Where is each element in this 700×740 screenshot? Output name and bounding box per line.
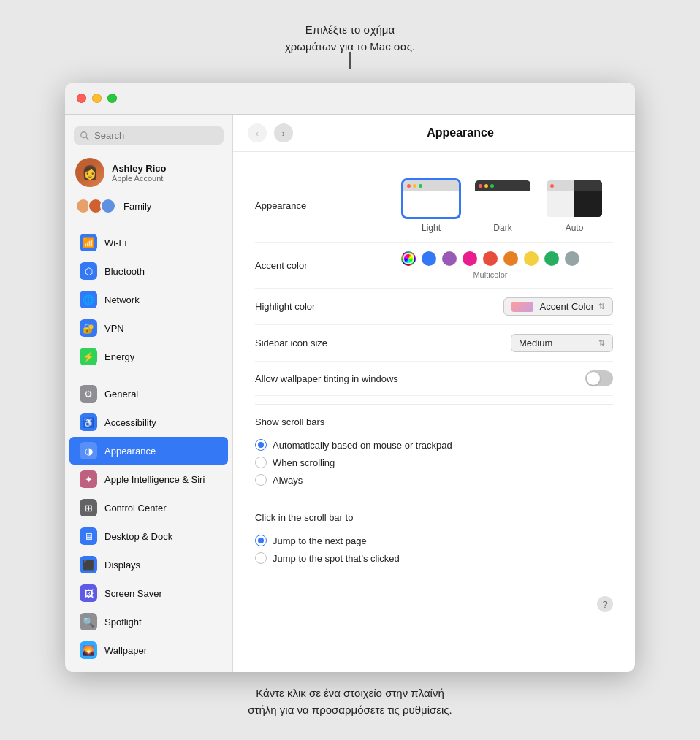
wifi-icon: 📶 (80, 234, 97, 251)
wallpaper-tinting-control (401, 370, 613, 386)
scroll-radio-always[interactable]: Always (255, 474, 613, 486)
sidebar-item-energy[interactable]: ⚡Energy (69, 343, 228, 370)
sidebar-icon-size-label: Sidebar icon size (255, 337, 401, 348)
appearance-options: Light (401, 178, 613, 233)
family-avatars (75, 198, 116, 214)
sidebar-item-siri[interactable]: ✦Apple Intelligence & Siri (69, 465, 228, 493)
click-scroll-next[interactable]: Jump to the next page (255, 535, 613, 546)
back-button[interactable]: ‹ (248, 123, 267, 142)
highlight-color-value: Accent Color (540, 301, 594, 312)
accent-dot-red[interactable] (483, 251, 498, 266)
wallpaper-tinting-row: Allow wallpaper tinting in windows (255, 362, 613, 396)
maximize-button[interactable] (107, 94, 117, 103)
sidebar-label-bluetooth: Bluetooth (104, 266, 145, 277)
accent-dot-purple[interactable] (442, 251, 457, 266)
family-row[interactable]: Family (65, 193, 232, 219)
sidebar-item-screensaver[interactable]: 🖼Screen Saver (69, 579, 228, 607)
scroll-radio-scrolling[interactable]: When scrolling (255, 457, 613, 468)
appearance-row: Appearance (255, 169, 613, 243)
appearance-thumb-dark (473, 178, 533, 219)
accent-dot-blue[interactable] (422, 251, 436, 266)
click-scroll-next-label: Jump to the next page (273, 535, 367, 546)
click-scroll-spot[interactable]: Jump to the spot that's clicked (255, 552, 613, 564)
sidebar-icon-size-control: Medium ⇅ (401, 334, 613, 352)
appearance-name-dark: Dark (493, 223, 511, 233)
traffic-lights (77, 94, 117, 103)
appearance-name-light: Light (422, 223, 441, 233)
sidebar-label-wifi: Wi-Fi (104, 237, 126, 248)
sidebar-icon-size-dropdown[interactable]: Medium ⇅ (511, 334, 613, 352)
sidebar-item-wifi[interactable]: 📶Wi-Fi (69, 229, 228, 256)
sidebar-label-wallpaper: Wallpaper (104, 645, 147, 656)
accent-color-label: Accent color (255, 260, 401, 271)
network-icon: 🌐 (80, 291, 97, 308)
sidebar-item-general[interactable]: ⚙General (69, 380, 228, 408)
scroll-radio-auto[interactable]: Automatically based on mouse or trackpad (255, 439, 613, 451)
sidebar-divider-1 (65, 224, 232, 224)
sidebar-item-network[interactable]: 🌐Network (69, 286, 228, 313)
sidebar-item-appearance[interactable]: ◑Appearance (69, 437, 228, 465)
accent-dot-green[interactable] (544, 251, 559, 266)
svg-line-2 (86, 137, 89, 140)
help-button[interactable]: ? (597, 596, 613, 612)
annotation-bottom: Κάντε κλικ σε ένα στοιχείο στην πλαίνή σ… (248, 685, 452, 718)
sidebar-item-bluetooth[interactable]: ⬡Bluetooth (69, 257, 228, 285)
sidebar-item-wallpaper[interactable]: 🌄Wallpaper (69, 636, 228, 664)
content-body: Appearance (233, 152, 635, 672)
minimize-button[interactable] (92, 94, 102, 103)
sidebar-icon-size-row: Sidebar icon size Medium ⇅ (255, 325, 613, 362)
sidebar-icon-size-value: Medium (519, 337, 552, 348)
sidebar-item-displays[interactable]: ⬛Displays (69, 551, 228, 579)
user-info: Ashley Rico Apple Account (112, 163, 166, 183)
annotation-top: Επιλέξτε το σχήμα χρωμάτων για το Mac σα… (285, 22, 415, 69)
page-title: Appearance (300, 126, 620, 140)
sidebar: 👩 Ashley Rico Apple Account Family 📶Wi-F… (65, 115, 233, 672)
user-section[interactable]: 👩 Ashley Rico Apple Account (65, 152, 232, 193)
scroll-radio-always-label: Always (273, 475, 303, 486)
sidebar-label-control: Control Center (104, 503, 167, 514)
accent-dot-graphite[interactable] (565, 251, 579, 266)
highlight-color-dropdown[interactable]: Accent Color ⇅ (503, 297, 613, 316)
accent-colors-control: Multicolor (401, 251, 613, 279)
sidebar-label-appearance: Appearance (104, 446, 156, 457)
accent-color-dots (401, 251, 579, 266)
highlight-color-row: Highlight color Accent Color ⇅ (255, 289, 613, 325)
wallpaper-tinting-label: Allow wallpaper tinting in windows (255, 373, 401, 384)
appearance-thumb-auto (544, 178, 604, 219)
sidebar-item-accessibility[interactable]: ♿Accessibility (69, 408, 228, 436)
scroll-radio-scrolling-label: When scrolling (273, 457, 335, 468)
sidebar-item-spotlight[interactable]: 🔍Spotlight (69, 608, 228, 636)
siri-icon: ✦ (80, 470, 97, 488)
click-scroll-group: Jump to the next page Jump to the spot t… (255, 526, 613, 573)
svg-point-1 (81, 131, 87, 137)
accent-dot-pink[interactable] (463, 251, 477, 266)
accent-color-row: Accent color (255, 243, 613, 289)
search-box[interactable] (74, 126, 224, 145)
general-icon: ⚙ (80, 385, 97, 403)
wallpaper-tinting-toggle[interactable] (585, 370, 613, 386)
sidebar-label-accessibility: Accessibility (104, 417, 156, 428)
scroll-radio-always-btn (255, 474, 267, 486)
appearance-option-dark[interactable]: Dark (473, 178, 533, 233)
sidebar-label-desktop: Desktop & Dock (104, 531, 172, 542)
sidebar-item-desktop[interactable]: 🖥Desktop & Dock (69, 522, 228, 550)
chevron-up-down-icon: ⇅ (598, 302, 605, 311)
accent-selected-label: Multicolor (401, 270, 579, 279)
accent-dot-yellow[interactable] (524, 251, 539, 266)
appearance-name-auto: Auto (566, 223, 584, 233)
sidebar-label-spotlight: Spotlight (104, 617, 142, 628)
accent-dot-multicolor[interactable] (401, 251, 416, 266)
click-scroll-section: Click in the scroll bar to Jump to the n… (255, 503, 613, 581)
close-button[interactable] (77, 94, 86, 103)
screensaver-icon: 🖼 (80, 584, 97, 602)
search-input[interactable] (94, 130, 218, 141)
forward-button[interactable]: › (274, 123, 293, 142)
avatar: 👩 (75, 158, 104, 187)
appearance-option-light[interactable]: Light (401, 178, 461, 233)
accent-dot-orange[interactable] (503, 251, 518, 266)
sidebar-item-vpn[interactable]: 🔐VPN (69, 314, 228, 342)
sidebar-label-general: General (104, 389, 138, 400)
appearance-option-auto[interactable]: Auto (544, 178, 604, 233)
sidebar-label-energy: Energy (104, 351, 134, 362)
sidebar-item-control[interactable]: ⊞Control Center (69, 494, 228, 522)
